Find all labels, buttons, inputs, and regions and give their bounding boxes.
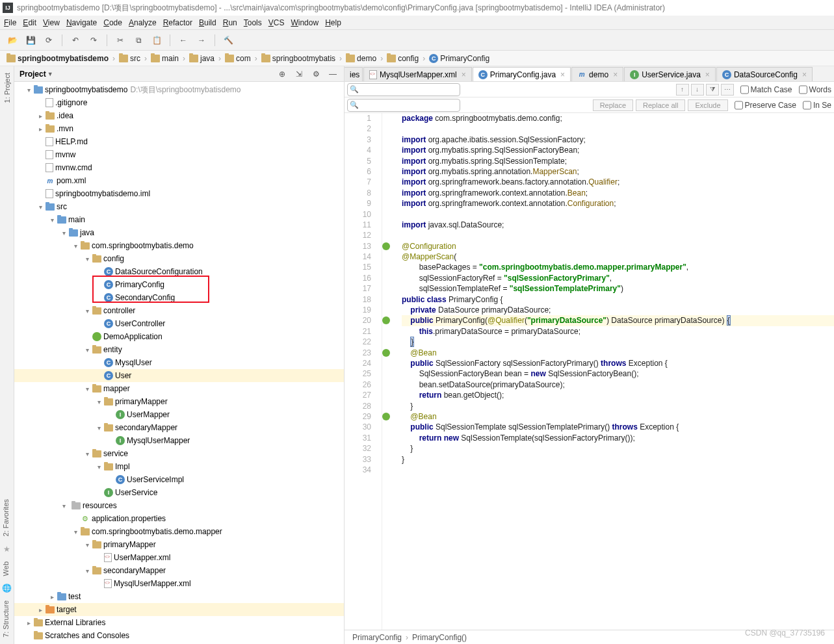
code-line[interactable]: public SqlSessionFactory sqlSessionFacto… (402, 358, 834, 368)
breadcrumb-item[interactable]: src (119, 54, 140, 63)
target-icon[interactable]: ⊕ (275, 67, 289, 81)
tree-item[interactable]: ▾service (14, 447, 344, 460)
match-case-check[interactable]: Match Case (740, 83, 792, 96)
editor-tab[interactable]: C DataSourceConfig× (716, 67, 813, 81)
code-line[interactable]: public SqlSessionTemplate sqlSessionTemp… (402, 422, 834, 432)
tree-item[interactable]: ▾secondaryMapper (14, 421, 344, 434)
code-line[interactable]: import javax.sql.DataSource; (402, 220, 834, 230)
code-line[interactable] (402, 230, 834, 240)
forward-icon[interactable]: → (194, 33, 209, 47)
tree-item[interactable]: ▾src (14, 200, 344, 213)
back-icon[interactable]: ← (176, 33, 190, 47)
editor-tab[interactable]: C PrimaryConfig.java× (473, 67, 571, 81)
spring-bean-icon[interactable] (382, 413, 390, 420)
breadcrumb-item[interactable]: springbootmybatisdemo (7, 54, 109, 63)
web-tool[interactable]: Web (2, 559, 10, 578)
tree-item[interactable]: application.properties (14, 512, 344, 525)
hide-icon[interactable]: — (326, 67, 340, 81)
sync-icon[interactable]: ⟳ (42, 33, 56, 47)
tree-item[interactable]: ▸.mvn (14, 122, 344, 135)
tab-peek[interactable]: ies (345, 67, 363, 81)
menu-run[interactable]: Run (223, 18, 237, 27)
tree-item[interactable]: ▸test (14, 590, 344, 603)
close-icon[interactable]: × (802, 70, 807, 79)
code-line[interactable]: @Bean (402, 411, 834, 422)
breadcrumb-item[interactable]: main (151, 54, 179, 63)
prev-match-icon[interactable]: ↑ (676, 84, 689, 96)
tree-item[interactable]: ▾entity (14, 343, 344, 356)
code-line[interactable]: import org.mybatis.spring.SqlSessionFact… (402, 145, 834, 155)
breadcrumb-item[interactable]: demo (346, 54, 376, 63)
save-icon[interactable]: 💾 (23, 33, 38, 47)
breadcrumb-item[interactable]: java (189, 54, 215, 63)
tree-item[interactable]: CUserServiceImpl (14, 473, 344, 486)
code-line[interactable]: } (402, 401, 834, 411)
project-tree[interactable]: ▾springbootmybatisdemoD:\项目\springbootmy… (14, 82, 344, 644)
favorites-tool[interactable]: 2: Favorites (2, 496, 10, 539)
code-line[interactable]: public PrimaryConfig(@Qualifier("primary… (402, 315, 834, 326)
tree-item[interactable]: ▾java (14, 226, 344, 239)
copy-icon[interactable]: ⧉ (131, 33, 146, 47)
panel-title[interactable]: Project ▼ (20, 70, 53, 79)
spring-bean-icon[interactable] (382, 349, 390, 357)
code-line[interactable]: basePackages = "com.springbootmybatis.de… (402, 262, 834, 272)
menu-help[interactable]: Help (325, 18, 341, 27)
structure-tool[interactable]: 7: Structure (2, 598, 10, 640)
tree-item[interactable]: CSecondaryConfig (14, 291, 344, 304)
breadcrumb-item[interactable]: C PrimaryConfig (429, 54, 489, 63)
tree-item[interactable]: ▾secondaryMapper (14, 564, 344, 577)
open-icon[interactable]: 📂 (5, 33, 20, 47)
menu-window[interactable]: Window (291, 18, 319, 27)
editor-tab[interactable]: I UserService.java× (624, 67, 716, 81)
project-tool[interactable]: 1: Project (3, 70, 11, 105)
menu-code[interactable]: Code (103, 18, 122, 27)
code-line[interactable]: import org.apache.ibatis.session.SqlSess… (402, 135, 834, 145)
code-line[interactable]: public class PrimaryConfig { (402, 294, 834, 305)
tree-item[interactable]: ▾primaryMapper (14, 395, 344, 408)
gear-icon[interactable]: ⚙ (309, 67, 323, 81)
more-icon[interactable]: ⋯ (721, 84, 734, 96)
tree-item[interactable]: ▾config (14, 252, 344, 265)
menu-edit[interactable]: Edit (23, 18, 36, 27)
tree-item[interactable]: ▾resources (14, 499, 344, 512)
collapse-icon[interactable]: ⇲ (292, 67, 306, 81)
code-line[interactable]: sqlSessionTemplateRef = "sqlSessionTempl… (402, 283, 834, 294)
code-line[interactable]: return bean.getObject(); (402, 390, 834, 400)
tree-item[interactable]: mvnw.cmd (14, 161, 344, 174)
tree-item[interactable]: HELP.md (14, 135, 344, 148)
code-line[interactable]: sqlSessionFactoryRef = "sqlSessionFactor… (402, 273, 834, 283)
close-icon[interactable]: × (462, 70, 466, 79)
code-line[interactable]: private DataSource primaryDataSource; (402, 305, 834, 315)
replace-input[interactable] (347, 99, 460, 112)
tree-item[interactable]: ▾com.springbootmybatis.demo (14, 239, 344, 252)
menu-tools[interactable]: Tools (244, 18, 262, 27)
tree-item[interactable]: IUserService (14, 486, 344, 499)
breadcrumb-item[interactable]: springbootmybatis (261, 54, 335, 63)
tree-item[interactable]: ▾springbootmybatisdemoD:\项目\springbootmy… (14, 83, 344, 96)
menu-refactor[interactable]: Refactor (163, 18, 192, 27)
close-icon[interactable]: × (560, 70, 565, 79)
menu-navigate[interactable]: Navigate (66, 18, 97, 27)
tree-item[interactable]: ▸.idea (14, 109, 344, 122)
tree-item[interactable]: ▾com.springbootmybatis.demo.mapper (14, 525, 344, 538)
code-line[interactable]: package com.springbootmybatis.demo.confi… (402, 113, 834, 123)
tree-item[interactable]: CUser (14, 369, 344, 382)
menu-vcs[interactable]: VCS (268, 18, 285, 27)
code-line[interactable]: } (402, 443, 834, 454)
tree-item[interactable]: ▾main (14, 213, 344, 226)
menu-analyze[interactable]: Analyze (129, 18, 157, 27)
tree-item[interactable]: UserMapper.xml (14, 551, 344, 564)
replace-button[interactable]: Replace (593, 99, 633, 111)
find-input[interactable] (347, 83, 460, 96)
code-line[interactable]: import org.mybatis.spring.annotation.Map… (402, 166, 834, 177)
code-line[interactable] (402, 209, 834, 220)
code-body[interactable]: package com.springbootmybatis.demo.confi… (394, 113, 834, 630)
code-line[interactable]: } (402, 337, 834, 347)
code-line[interactable]: import org.springframework.context.annot… (402, 198, 834, 209)
tree-item[interactable]: DemoApplication (14, 330, 344, 343)
code-line[interactable]: @MapperScan( (402, 251, 834, 262)
code-line[interactable] (402, 465, 834, 475)
editor-tab[interactable]: m demo× (571, 67, 623, 81)
tree-item[interactable]: mpom.xml (14, 174, 344, 187)
menu-build[interactable]: Build (199, 18, 216, 27)
